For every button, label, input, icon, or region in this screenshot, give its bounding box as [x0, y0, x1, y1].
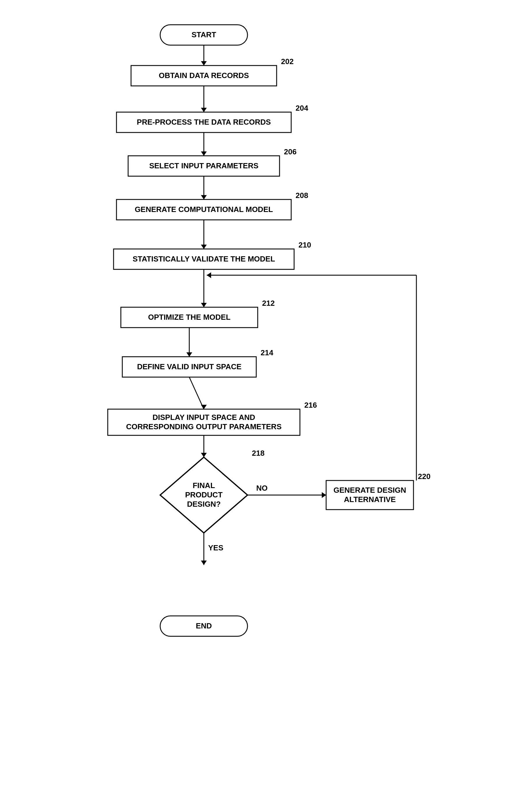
rect-node: OPTIMIZE THE MODEL212: [121, 299, 275, 327]
main-svg: STARTOBTAIN DATA RECORDS202PRE-PROCESS T…: [0, 0, 532, 811]
rect-node: STATISTICALLY VALIDATE THE MODEL210: [113, 241, 311, 269]
rect-node: DEFINE VALID INPUT SPACE214: [122, 348, 273, 377]
arrow: [201, 176, 207, 199]
ref-label: 212: [262, 299, 275, 307]
rect-node: SELECT INPUT PARAMETERS206: [128, 147, 297, 176]
ref-label: 210: [299, 241, 311, 249]
rect-node: GENERATE DESIGNALTERNATIVE220: [326, 472, 430, 510]
arrow: [201, 269, 207, 307]
svg-marker-2: [201, 61, 207, 65]
node-text: SELECT INPUT PARAMETERS: [149, 161, 258, 170]
node-text: OBTAIN DATA RECORDS: [159, 71, 249, 80]
rounded-rect-node: END: [160, 616, 247, 636]
text-label: YES: [208, 544, 223, 552]
arrow: [189, 377, 207, 409]
svg-marker-5: [201, 108, 207, 112]
ref-label: 208: [295, 191, 308, 200]
arrow: [201, 45, 207, 65]
node-text: OPTIMIZE THE MODEL: [148, 313, 230, 321]
node-text-line: GENERATE DESIGN: [333, 486, 406, 494]
rect-node: OBTAIN DATA RECORDS202: [131, 57, 293, 86]
diamond-node: FINALPRODUCTDESIGN?218: [160, 449, 264, 533]
diamond-text: DESIGN?: [187, 500, 221, 508]
node-text-line: ALTERNATIVE: [344, 495, 396, 504]
node-text: DEFINE VALID INPUT SPACE: [137, 362, 242, 371]
diamond-text: PRODUCT: [185, 490, 223, 499]
ref-label: 218: [252, 449, 264, 458]
ref-label: 206: [284, 147, 297, 156]
feedback-arrowhead: [207, 272, 211, 278]
svg-marker-8: [201, 151, 207, 156]
node-text: STATISTICALLY VALIDATE THE MODEL: [133, 255, 275, 263]
svg-line-22: [189, 377, 204, 409]
arrow: [201, 86, 207, 112]
ref-label: 216: [304, 401, 317, 410]
node-text: PRE-PROCESS THE DATA RECORDS: [137, 118, 271, 126]
rounded-rect-node: START: [160, 25, 247, 45]
arrow: [201, 435, 207, 457]
arrow: [201, 533, 207, 565]
svg-marker-30: [201, 561, 207, 565]
ref-label: 202: [281, 57, 293, 66]
ref-label: 204: [295, 104, 308, 112]
node-text-line: DISPLAY INPUT SPACE AND: [153, 413, 255, 422]
rect-node: GENERATE COMPUTATIONAL MODEL208: [117, 191, 308, 220]
arrow: [201, 133, 207, 156]
diamond-text: FINAL: [193, 481, 215, 490]
rect-node: DISPLAY INPUT SPACE ANDCORRESPONDING OUT…: [108, 401, 317, 435]
arrow: [201, 220, 207, 249]
ref-label: 214: [261, 348, 273, 357]
arrow: [186, 327, 192, 357]
svg-marker-14: [201, 245, 207, 249]
rect-node: PRE-PROCESS THE DATA RECORDS204: [117, 104, 308, 133]
no-arrowhead: [322, 492, 326, 498]
node-text: GENERATE COMPUTATIONAL MODEL: [135, 205, 273, 214]
svg-marker-23: [201, 405, 207, 409]
svg-marker-11: [201, 195, 207, 199]
node-text: START: [192, 30, 216, 39]
text-label: NO: [256, 484, 268, 492]
node-text-line: CORRESPONDING OUTPUT PARAMETERS: [126, 422, 282, 431]
ref-label: 220: [418, 472, 430, 481]
node-text: END: [196, 622, 212, 630]
svg-marker-20: [186, 352, 192, 357]
svg-marker-17: [201, 303, 207, 307]
